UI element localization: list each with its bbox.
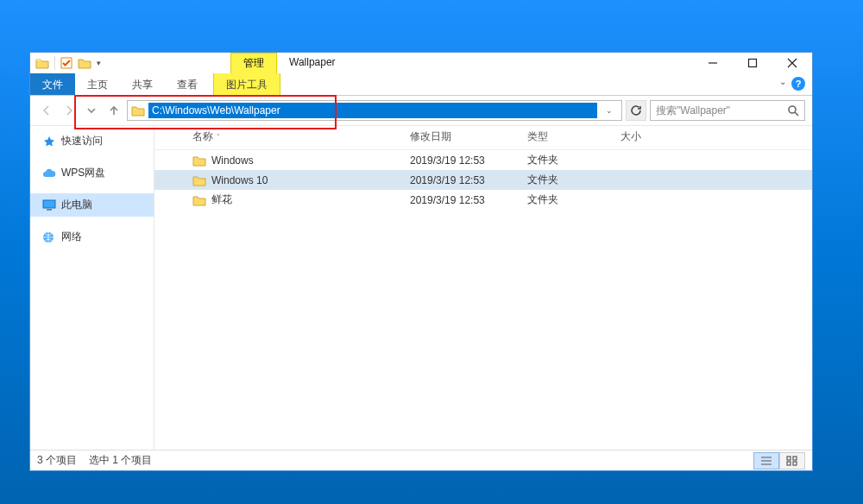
svg-rect-3 (43, 200, 55, 208)
file-name: Windows 10 (211, 174, 268, 186)
file-list: 名称˄ 修改日期 类型 大小 Windows 2019/3/19 12:53 文… (154, 126, 812, 450)
title-bar: ▾ 管理 Wallpaper (30, 53, 812, 73)
sidebar-item-this-pc[interactable]: 此电脑 (30, 193, 154, 217)
address-input[interactable] (148, 103, 597, 118)
column-modified: 修改日期 (410, 129, 527, 144)
help-icon[interactable]: ? (791, 77, 805, 91)
sidebar-item-label: WPS网盘 (61, 166, 105, 180)
sidebar-item-label: 网络 (61, 230, 82, 244)
sidebar-item-wps-cloud[interactable]: WPS网盘 (30, 161, 154, 185)
file-modified: 2019/3/19 12:53 (410, 174, 527, 186)
file-row[interactable]: Windows 2019/3/19 12:53 文件夹 (154, 150, 812, 170)
svg-rect-9 (793, 462, 797, 465)
status-bar: 3 个项目 选中 1 个项目 (30, 450, 812, 470)
content-area: 快速访问 WPS网盘 此电脑 网络 名称˄ 修改日期 类型 (30, 125, 812, 450)
explorer-window: ▾ 管理 Wallpaper 文件 主页 共享 查看 图片工具 ⌄ ? ⌄ (29, 52, 813, 471)
svg-rect-8 (787, 462, 791, 465)
ribbon-expand-icon[interactable]: ⌄ (779, 77, 786, 86)
maximize-button[interactable] (733, 53, 772, 73)
ribbon: 文件 主页 共享 查看 图片工具 ⌄ ? (30, 73, 812, 96)
file-type: 文件夹 (527, 192, 620, 207)
checkmark-icon[interactable] (60, 57, 72, 69)
qat-separator (54, 56, 55, 70)
nav-back-button[interactable] (37, 101, 56, 120)
search-box[interactable]: 搜索"Wallpaper" (650, 100, 805, 121)
sidebar-item-quick-access[interactable]: 快速访问 (30, 129, 154, 153)
sort-caret-icon: ˄ (217, 133, 220, 141)
sidebar-item-label: 快速访问 (61, 134, 103, 148)
sidebar-item-label: 此电脑 (61, 198, 92, 212)
qat-dropdown-icon[interactable]: ▾ (97, 59, 101, 67)
globe-icon (42, 231, 56, 243)
navigation-pane: 快速访问 WPS网盘 此电脑 网络 (30, 126, 154, 450)
address-bar[interactable]: ⌄ (127, 100, 622, 121)
file-modified: 2019/3/19 12:53 (410, 154, 527, 167)
file-type: 文件夹 (527, 153, 620, 167)
nav-recent-dropdown[interactable] (82, 101, 101, 120)
window-controls (693, 53, 812, 73)
folder-icon (131, 104, 145, 117)
file-tab[interactable]: 文件 (30, 73, 75, 95)
folder-icon (35, 57, 49, 69)
column-headers[interactable]: 名称˄ 修改日期 类型 大小 (154, 126, 812, 150)
folder-icon (192, 154, 206, 167)
nav-forward-button[interactable] (60, 101, 79, 120)
column-type: 类型 (527, 129, 620, 144)
search-icon (787, 104, 799, 117)
tab-view[interactable]: 查看 (165, 73, 210, 95)
svg-rect-6 (787, 457, 791, 460)
minimize-button[interactable] (693, 53, 733, 73)
folder-icon (192, 194, 206, 206)
svg-rect-1 (749, 60, 757, 67)
cloud-icon (42, 167, 56, 180)
ribbon-context-tab[interactable]: 管理 (230, 53, 277, 73)
folder-icon[interactable] (78, 57, 91, 69)
status-item-count: 3 个项目 (37, 453, 77, 468)
svg-point-2 (789, 106, 796, 113)
close-button[interactable] (772, 53, 812, 73)
window-title: Wallpaper (289, 56, 336, 68)
file-row[interactable]: Windows 10 2019/3/19 12:53 文件夹 (154, 170, 812, 190)
quick-access-toolbar: ▾ (30, 56, 106, 70)
file-modified: 2019/3/19 12:53 (410, 194, 527, 206)
folder-icon (192, 174, 206, 186)
refresh-button[interactable] (626, 100, 646, 121)
nav-up-button[interactable] (104, 101, 123, 120)
tab-home[interactable]: 主页 (75, 73, 120, 95)
star-icon (42, 135, 56, 148)
tab-image-tools[interactable]: 图片工具 (213, 73, 280, 95)
view-mode-buttons (753, 452, 805, 469)
search-placeholder: 搜索"Wallpaper" (656, 104, 730, 118)
view-details-button[interactable] (753, 452, 779, 469)
sidebar-item-network[interactable]: 网络 (30, 225, 154, 249)
svg-rect-7 (793, 457, 797, 460)
status-selection: 选中 1 个项目 (89, 453, 152, 468)
view-icons-button[interactable] (779, 452, 805, 469)
file-name: 鲜花 (211, 192, 232, 207)
file-row[interactable]: 鲜花 2019/3/19 12:53 文件夹 (154, 190, 812, 210)
file-type: 文件夹 (527, 173, 620, 187)
tab-share[interactable]: 共享 (120, 73, 165, 95)
file-name: Windows (211, 154, 254, 167)
svg-rect-4 (47, 209, 52, 211)
monitor-icon (42, 199, 56, 211)
address-row: ⌄ 搜索"Wallpaper" (30, 96, 812, 125)
column-size: 大小 (620, 129, 690, 144)
address-dropdown-icon[interactable]: ⌄ (601, 106, 618, 115)
column-name: 名称˄ (192, 129, 410, 144)
